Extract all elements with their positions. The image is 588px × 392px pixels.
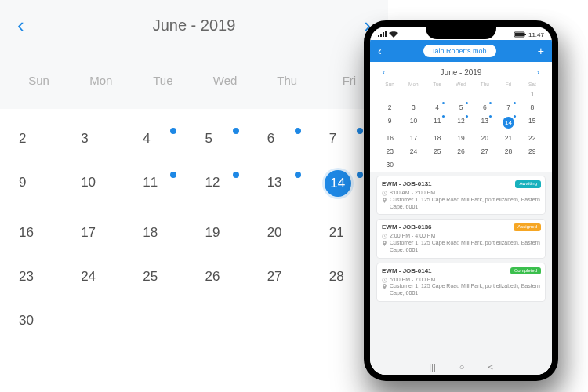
calendar-day[interactable]: 29 [521, 147, 544, 155]
calendar-day [496, 90, 520, 98]
calendar-day[interactable]: 14 [496, 117, 520, 129]
calendar-day[interactable]: 6 [256, 131, 318, 147]
calendar-day[interactable]: 13 [256, 175, 318, 197]
calendar-day[interactable]: 19 [449, 134, 473, 142]
recent-apps-icon[interactable]: ||| [429, 362, 436, 372]
event-dot [514, 115, 516, 118]
calendar-day[interactable]: 23 [378, 147, 401, 155]
calendar-day[interactable]: 2 [378, 103, 401, 111]
gesture-bar: ||| ○ < [429, 362, 493, 372]
calendar-day[interactable]: 11 [132, 175, 194, 197]
calendar-day[interactable]: 25 [132, 269, 194, 285]
weekday-label: Mon [401, 82, 425, 87]
calendar-day [378, 90, 401, 98]
calendar-day[interactable]: 9 [8, 175, 70, 197]
event-dot [489, 102, 492, 104]
calendar-day[interactable]: 12 [194, 175, 256, 197]
month-title: June - 2019 [153, 16, 236, 34]
job-card[interactable]: EWM - JOB-01415:00 PM - 7:00 PMCustomer … [376, 263, 546, 302]
calendar-day[interactable]: 24 [70, 269, 132, 285]
job-time: 8:00 AM - 2:00 PM [382, 190, 540, 197]
calendar-day[interactable]: 8 [521, 103, 544, 111]
prev-month-mini[interactable]: ‹ [383, 68, 385, 77]
calendar-day[interactable]: 17 [70, 225, 132, 241]
prev-month-button[interactable]: ‹ [17, 13, 24, 38]
calendar-day[interactable]: 5 [194, 131, 256, 147]
calendar-day[interactable]: 17 [401, 134, 425, 142]
weekday-label: Tue [426, 82, 449, 87]
user-chip[interactable]: Iain Roberts mob [423, 45, 496, 57]
calendar-day[interactable]: 16 [378, 134, 401, 142]
back-button[interactable]: ‹ [378, 45, 382, 57]
calendar-day [256, 313, 318, 328]
calendar-day[interactable]: 3 [70, 131, 132, 147]
weekday-label: Wed [194, 74, 256, 87]
calendar-day[interactable]: 12 [449, 117, 473, 129]
calendar-day[interactable]: 27 [473, 147, 496, 155]
calendar-day [401, 90, 425, 98]
calendar-day[interactable]: 21 [496, 134, 520, 142]
calendar-day [426, 161, 449, 169]
calendar-large: ‹ June - 2019 › SunMonTueWedThuFri 23456… [0, 0, 388, 392]
calendar-day[interactable]: 19 [194, 225, 256, 241]
mini-month-title: June - 2019 [441, 68, 482, 77]
calendar-day[interactable]: 11 [426, 117, 449, 129]
event-dot [170, 172, 176, 178]
calendar-day[interactable]: 13 [473, 117, 496, 129]
calendar-day[interactable]: 30 [378, 161, 401, 169]
calendar-day[interactable]: 1 [521, 90, 544, 98]
calendar-day[interactable]: 10 [401, 117, 425, 129]
add-button[interactable]: + [538, 45, 544, 57]
svg-rect-1 [515, 33, 524, 36]
weekday-label: Mon [70, 74, 132, 87]
status-badge: Completed [510, 267, 541, 275]
calendar-day[interactable]: 18 [132, 225, 194, 241]
weekday-label: Thu [473, 82, 496, 87]
calendar-day[interactable]: 28 [496, 147, 520, 155]
calendar-day [70, 313, 132, 328]
job-location: Customer 1, 125 Cape Road Mill Park, por… [382, 197, 540, 211]
next-month-mini[interactable]: › [537, 68, 539, 77]
calendar-day[interactable]: 25 [426, 147, 449, 155]
calendar-day[interactable]: 7 [496, 103, 520, 111]
calendar-day[interactable]: 4 [132, 131, 194, 147]
calendar-day[interactable]: 23 [8, 269, 70, 285]
calendar-day[interactable]: 16 [8, 225, 70, 241]
calendar-day [426, 90, 449, 98]
job-time: 2:00 PM - 4:00 PM [382, 233, 540, 240]
event-dot [357, 128, 363, 134]
calendar-day[interactable]: 20 [473, 134, 496, 142]
calendar-day[interactable]: 2 [8, 131, 70, 147]
job-list: EWM - JOB-01318:00 AM - 2:00 PMCustomer … [370, 172, 552, 375]
calendar-day[interactable]: 26 [194, 269, 256, 285]
calendar-day[interactable]: 15 [521, 117, 544, 129]
calendar-day[interactable]: 22 [521, 134, 544, 142]
calendar-day[interactable]: 27 [256, 269, 318, 285]
calendar-day[interactable]: 24 [401, 147, 425, 155]
calendar-day[interactable]: 6 [473, 103, 496, 111]
job-card[interactable]: EWM - JOB-01318:00 AM - 2:00 PMCustomer … [376, 176, 546, 215]
back-gesture-icon[interactable]: < [488, 362, 492, 372]
calendar-day[interactable]: 9 [378, 117, 401, 129]
calendar-day [449, 161, 473, 169]
calendar-day[interactable]: 3 [401, 103, 425, 111]
event-dot [514, 102, 516, 104]
event-dot [466, 102, 468, 104]
calendar-day [521, 161, 544, 169]
wifi-icon [389, 31, 398, 38]
calendar-day[interactable]: 30 [8, 313, 70, 328]
calendar-day[interactable]: 20 [256, 225, 318, 241]
weekday-label: Tue [132, 74, 194, 87]
calendar-day[interactable]: 26 [449, 147, 473, 155]
event-dot [466, 115, 468, 118]
calendar-day [449, 90, 473, 98]
calendar-day[interactable]: 18 [426, 134, 449, 142]
calendar-day[interactable]: 4 [426, 103, 449, 111]
job-card[interactable]: EWM - JOB-01362:00 PM - 4:00 PMCustomer … [376, 219, 546, 258]
weekday-header: SunMonTueWedThuFri [0, 50, 388, 109]
home-icon[interactable]: ○ [459, 362, 465, 372]
calendar-day[interactable]: 10 [70, 175, 132, 197]
calendar-day[interactable]: 5 [449, 103, 473, 111]
signal-icon [378, 31, 387, 38]
mini-weekday-header: SunMonTueWedThuFriSat [378, 82, 544, 87]
